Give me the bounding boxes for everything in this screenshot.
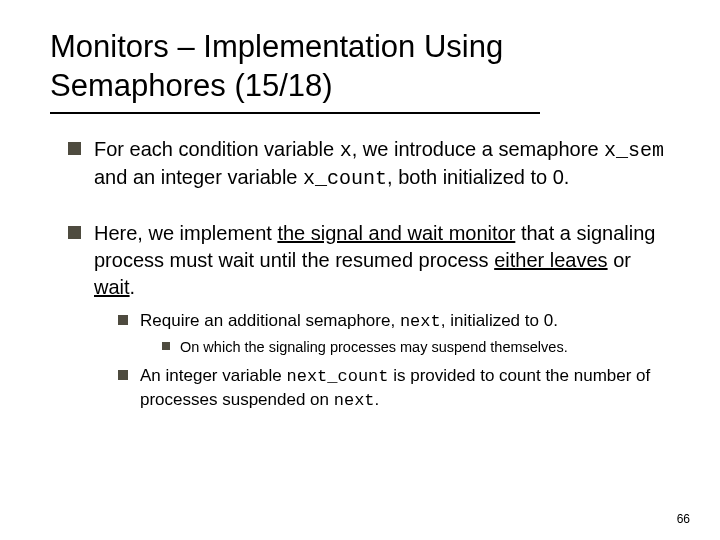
code: x_sem [604,139,664,162]
bullet-list: For each condition variable x, we introd… [50,136,670,414]
sub-bullet-item: Require an additional semaphore, next, i… [118,309,670,358]
text: , both initialized to 0. [387,166,569,188]
text: Here, we implement [94,222,277,244]
text: , initialized to 0. [441,311,558,330]
code: next [334,391,375,410]
code: next [400,312,441,331]
text: An integer variable [140,366,286,385]
text: . [130,276,136,298]
underlined-text: wait [94,276,130,298]
bullet-item-2: Here, we implement the signal and wait m… [68,220,670,414]
text: On which the signaling processes may sus… [180,339,568,355]
underlined-text: either leaves [494,249,607,271]
text: or [608,249,631,271]
code: next_count [286,367,388,386]
code: x_count [303,167,387,190]
text: and an integer variable [94,166,303,188]
slide-title: Monitors – Implementation Using Semaphor… [50,28,670,106]
text: . [375,390,380,409]
sub-bullet-list: Require an additional semaphore, next, i… [94,309,670,414]
title-underline [50,112,540,114]
text: , we introduce a semaphore [352,138,604,160]
sub-sub-bullet-list: On which the signaling processes may sus… [140,337,670,357]
underlined-text: the signal and wait monitor [277,222,515,244]
text: Require an additional semaphore, [140,311,400,330]
text: For each condition variable [94,138,340,160]
bullet-item-1: For each condition variable x, we introd… [68,136,670,192]
sub-bullet-item: An integer variable next_count is provid… [118,364,670,414]
code: x [340,139,352,162]
page-number: 66 [677,512,690,526]
sub-sub-bullet-item: On which the signaling processes may sus… [162,337,670,357]
